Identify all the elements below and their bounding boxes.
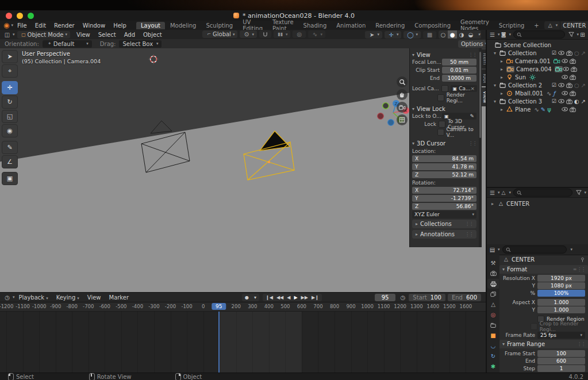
frame-range-panel-header[interactable]: ▾ Frame Range ⋮⋮ xyxy=(499,340,588,348)
resolution-percent-field[interactable]: 100% xyxy=(537,290,585,297)
presets-icon[interactable]: ≡ ⋮⋮ xyxy=(573,267,585,272)
lock-to-cursor-checkbox[interactable] xyxy=(439,121,445,128)
menu-render[interactable]: Render xyxy=(50,22,79,29)
collections-panel-header[interactable]: ▸Collections⋮⋮ xyxy=(412,220,476,228)
properties-options-dropdown[interactable]: ▾ xyxy=(571,247,573,252)
outliner-row-collection-2[interactable]: ▾ Collection 2 ☑ ○ ↗ xyxy=(487,81,588,89)
scene-selector[interactable]: △▾ CENTER 2 × xyxy=(544,21,588,29)
object-visibility-dropdown[interactable]: ➤▾ xyxy=(365,31,382,39)
holdout-icon[interactable]: ○ xyxy=(574,50,579,56)
mode-dropdown[interactable]: ▢ Object Mode ▾ xyxy=(17,31,71,39)
cursor-loc-x-field[interactable]: X84.54 m xyxy=(412,155,476,162)
timeline-menu-keying[interactable]: Keying▾ xyxy=(52,294,83,301)
gizmo-x-neg-axis[interactable] xyxy=(378,113,384,120)
add-workspace-button[interactable]: + xyxy=(529,22,543,29)
euler-order-dropdown[interactable]: XYZ Euler▾ xyxy=(412,211,476,218)
auto-keying-button[interactable]: ●▾ xyxy=(242,294,259,301)
outliner-display-mode-dropdown[interactable]: ☰ xyxy=(489,32,496,38)
outliner2-search-input[interactable] xyxy=(513,189,572,197)
cursor-loc-z-field[interactable]: Z52.12 m xyxy=(412,171,476,178)
outliner-row-mball-001[interactable]: ▸ Mball.001 ∿ ƒ xyxy=(487,89,588,97)
tool-annotate[interactable]: ✎ xyxy=(2,141,18,154)
render-visibility-icon[interactable] xyxy=(570,91,576,96)
hide-eye-icon[interactable] xyxy=(558,51,564,55)
exclude-checkbox[interactable]: ☑ xyxy=(552,82,556,88)
drag-setting-dropdown[interactable]: Select Box ▾ xyxy=(119,40,162,48)
workspace-tab-animation[interactable]: Animation xyxy=(332,22,370,29)
tab-scene[interactable]: △ xyxy=(487,300,499,309)
hide-eye-icon[interactable] xyxy=(562,91,568,95)
holdout-icon[interactable]: ○ xyxy=(574,82,579,89)
cursor-rot-x-field[interactable]: X72.714° xyxy=(412,187,476,194)
tool-cursor[interactable]: ⌖ xyxy=(2,64,18,78)
tool-measure[interactable]: ∠ xyxy=(2,155,18,168)
menu-help[interactable]: Help xyxy=(109,22,130,29)
prev-keyframe-button[interactable]: ◀◀ xyxy=(275,295,285,300)
aspect-x-field[interactable]: 1.000 xyxy=(537,299,585,306)
scene-name[interactable]: CENTER xyxy=(560,21,588,29)
render-visibility-icon[interactable] xyxy=(570,75,576,80)
proportional-editing-toggle[interactable]: ◎ xyxy=(293,30,306,38)
frame-start-button[interactable]: Start100 xyxy=(409,294,445,301)
viewport-menu-select[interactable]: Select xyxy=(94,32,120,38)
timeline-track-area[interactable] xyxy=(0,312,486,374)
outliner-search-input[interactable] xyxy=(513,30,565,39)
xray-toggle[interactable]: ▩ xyxy=(423,31,436,39)
workspace-tab-rendering[interactable]: Rendering xyxy=(371,22,409,29)
shading-material-button[interactable]: ◑ xyxy=(457,30,466,39)
format-panel-header[interactable]: ▾ Format ≡ ⋮⋮ xyxy=(499,265,588,274)
blender-logo-icon[interactable]: ◉ xyxy=(3,21,9,29)
pivot-point-dropdown[interactable]: ⊙▾ xyxy=(240,30,257,38)
hide-eye-icon[interactable] xyxy=(563,67,569,71)
tab-particles[interactable]: ✱ xyxy=(487,362,499,371)
gizmos-toggle[interactable]: ✛▾ xyxy=(385,31,402,39)
gizmo-y-neg-axis[interactable] xyxy=(383,103,389,109)
outliner2-filter-icon[interactable] xyxy=(575,190,582,195)
tool-scale[interactable]: ◱ xyxy=(2,110,18,123)
jump-to-start-button[interactable]: ❙◀ xyxy=(264,295,275,300)
orientation-setting-dropdown[interactable]: ⌖ Default ▾ xyxy=(43,40,92,48)
cursor-panel-header[interactable]: ▾3D Cursor⋮⋮ xyxy=(412,139,476,147)
render-visibility-icon[interactable] xyxy=(570,59,576,64)
crop-to-render-region-checkbox[interactable] xyxy=(531,323,537,330)
timeline-menu-view[interactable]: View xyxy=(83,294,105,301)
use-preview-range-icon[interactable]: ◷ xyxy=(399,294,406,301)
view-panel-header[interactable]: ▾View⋮⋮ xyxy=(412,51,476,59)
viewport-camera-view-button[interactable] xyxy=(397,102,408,113)
navigation-gizmo[interactable]: Z X Y xyxy=(376,97,411,130)
shading-wireframe-button[interactable]: ○ xyxy=(439,30,448,39)
render-region-checkbox-sidebar[interactable] xyxy=(437,94,444,101)
timeline-menu-marker[interactable]: Marker xyxy=(105,294,133,301)
render-visibility-icon[interactable] xyxy=(570,107,576,112)
editor-type-icon[interactable]: ◫ xyxy=(3,32,11,38)
tab-physics[interactable]: ↻ xyxy=(487,351,499,361)
render-visibility-icon[interactable] xyxy=(571,67,577,72)
overlays-toggle[interactable]: ◯▾ xyxy=(403,31,421,39)
tool-transform[interactable]: ◉ xyxy=(2,124,18,137)
workspace-tab-layout[interactable]: Layout xyxy=(136,22,165,29)
tab-view-layer[interactable] xyxy=(487,289,499,299)
viewport-pan-button[interactable] xyxy=(397,89,408,100)
outliner2-row-center[interactable]: ▸ △ CENTER xyxy=(487,199,588,208)
tool-rotate[interactable]: ↻ xyxy=(2,95,18,109)
cursor-loc-y-field[interactable]: Y41.78 m xyxy=(412,163,476,170)
outliner-options-icon[interactable]: ⊞ xyxy=(579,32,586,38)
aspect-y-field[interactable]: 1.000 xyxy=(537,306,585,313)
indirect-only-icon[interactable]: ↗ xyxy=(581,82,586,89)
frame-end-button[interactable]: End600 xyxy=(448,294,481,301)
snap-settings-dropdown[interactable]: ▮▮▾ xyxy=(274,30,291,38)
options-button[interactable]: Options ▾ xyxy=(458,40,490,48)
outliner-row-collection[interactable]: ▾ Collection ☑ ○ ↗ xyxy=(487,49,588,57)
exclude-checkbox[interactable]: ☑ xyxy=(552,98,556,104)
outliner-filter-collection-icon[interactable]: ◙ xyxy=(500,32,508,37)
hide-eye-icon[interactable] xyxy=(562,107,568,112)
play-button[interactable]: ▶ xyxy=(292,295,299,300)
focal-length-field[interactable]: 50 mm xyxy=(442,59,476,66)
frame-rate-dropdown[interactable]: 25 fps▾ xyxy=(537,332,585,339)
resolution-y-field[interactable]: 1080 px xyxy=(537,282,585,289)
viewport-menu-object[interactable]: Object xyxy=(139,32,166,38)
camera-to-view-checkbox[interactable] xyxy=(437,129,444,136)
tab-constraints[interactable]: ◡ xyxy=(487,341,499,351)
tool-move[interactable]: ✛ xyxy=(2,81,18,94)
timeline-menu-playback[interactable]: Playback▾ xyxy=(15,294,52,301)
